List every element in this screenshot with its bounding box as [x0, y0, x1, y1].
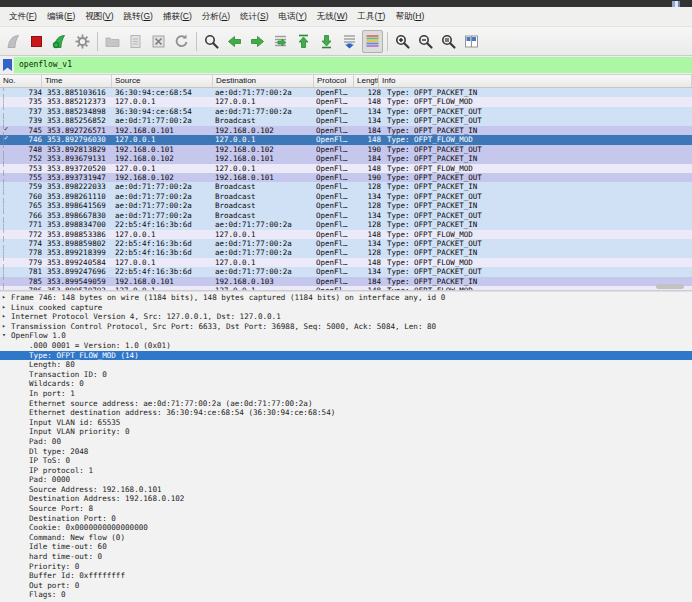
resize-columns-icon[interactable] — [461, 30, 482, 53]
packet-row-746-selected[interactable]: ✓746353.892796030127.0.0.1127.0.0.1OpenF… — [0, 135, 692, 144]
detail-line[interactable]: Wildcards: 0 — [0, 379, 692, 389]
detail-line[interactable]: Command: New flow (0) — [0, 533, 692, 543]
save-file-icon[interactable] — [125, 30, 146, 53]
detail-line[interactable]: Source Port: 8 — [0, 504, 692, 514]
column-header-source[interactable]: Source — [112, 75, 213, 87]
detail-line[interactable]: ▸Frame 746: 148 bytes on wire (1184 bits… — [0, 293, 692, 303]
detail-line[interactable]: IP ToS: 0 — [0, 456, 692, 466]
display-filter-input[interactable]: openflow_v1 — [14, 57, 692, 73]
menu-item-9[interactable]: 工具(T) — [353, 8, 391, 26]
column-header-no[interactable]: No. — [0, 75, 42, 87]
menu-item-2[interactable]: 视图(V) — [80, 8, 118, 26]
detail-line[interactable]: Out port: 0 — [0, 581, 692, 591]
zoom-out-icon[interactable] — [415, 30, 436, 53]
detail-line[interactable]: Buffer Id: 0xffffffff — [0, 571, 692, 581]
packet-details-pane[interactable]: ▸Frame 746: 148 bytes on wire (1184 bits… — [0, 292, 692, 602]
detail-line[interactable]: Destination Address: 192.168.0.102 — [0, 494, 692, 504]
column-header-info[interactable]: Info — [379, 75, 692, 87]
detail-line[interactable]: Ethernet source address: ae:0d:71:77:00:… — [0, 399, 692, 409]
packet-row-745[interactable]: ✓745353.892726571192.168.0.101192.168.0.… — [0, 126, 692, 135]
go-forward-icon[interactable] — [247, 30, 268, 53]
menu-item-7[interactable]: 电话(Y) — [273, 8, 311, 26]
detail-line[interactable]: ▸Linux cooked capture — [0, 303, 692, 313]
go-back-icon[interactable] — [224, 30, 245, 53]
packet-row-734[interactable]: 734353.88510361636:30:94:ce:68:54ae:0d:7… — [0, 88, 692, 97]
find-packet-icon[interactable] — [201, 30, 222, 53]
detail-line[interactable]: Ethernet destination address: 36:30:94:c… — [0, 408, 692, 418]
go-last-packet-icon[interactable] — [316, 30, 337, 53]
menu-item-8[interactable]: 无线(W) — [312, 8, 353, 26]
detail-line[interactable]: Cookie: 0x0000000000000000 — [0, 523, 692, 533]
detail-line[interactable]: Idle time-out: 60 — [0, 542, 692, 552]
detail-line[interactable]: .000 0001 = Version: 1.0 (0x01) — [0, 341, 692, 351]
detail-line[interactable]: Transaction ID: 0 — [0, 370, 692, 380]
reload-file-icon[interactable] — [171, 30, 192, 53]
packet-row-735[interactable]: 735353.885212373127.0.0.1127.0.0.1OpenFl… — [0, 97, 692, 106]
detail-line[interactable]: Destination Port: 0 — [0, 514, 692, 524]
menu-item-3[interactable]: 跳转(G) — [119, 8, 158, 26]
detail-line[interactable]: In port: 1 — [0, 389, 692, 399]
packet-row-772[interactable]: 772353.898853386127.0.0.1127.0.0.1OpenFl… — [0, 230, 692, 239]
packet-row-765[interactable]: 765353.898641569ae:0d:71:77:00:2aBroadca… — [0, 201, 692, 210]
packet-list-scrollbar-thumb[interactable] — [656, 284, 684, 289]
detail-line[interactable]: IP protocol: 1 — [0, 466, 692, 476]
close-file-icon[interactable] — [148, 30, 169, 53]
detail-line[interactable]: Input VLAN priority: 0 — [0, 427, 692, 437]
packet-row-748[interactable]: 748353.892813829192.168.0.101192.168.0.1… — [0, 145, 692, 154]
open-file-icon[interactable] — [102, 30, 123, 53]
detail-line[interactable]: Flags: 0 — [0, 590, 692, 600]
detail-line[interactable]: Source Address: 192.168.0.101 — [0, 485, 692, 495]
detail-line[interactable]: ▾OpenFlow 1.0 — [0, 331, 692, 341]
packet-row-766[interactable]: 766353.898667830ae:0d:71:77:00:2aBroadca… — [0, 211, 692, 220]
detail-line[interactable]: Pad: 0000 — [0, 475, 692, 485]
detail-line-highlighted[interactable]: Type: OFPT_FLOW_MOD (14) — [0, 351, 692, 361]
packet-row-779[interactable]: 779353.899240584127.0.0.1127.0.0.1OpenFl… — [0, 258, 692, 267]
packet-row-760[interactable]: 760353.898261110ae:0d:71:77:00:2aBroadca… — [0, 192, 692, 201]
menu-item-5[interactable]: 分析(A) — [197, 8, 235, 26]
packet-row-774[interactable]: 774353.89885980222:b5:4f:16:3b:6dae:0d:7… — [0, 239, 692, 248]
packet-list[interactable]: 734353.88510361636:30:94:ce:68:54ae:0d:7… — [0, 88, 692, 290]
colorize-icon[interactable] — [362, 30, 383, 53]
detail-line[interactable]: Input VLAN id: 65535 — [0, 418, 692, 428]
go-first-packet-icon[interactable] — [293, 30, 314, 53]
detail-line[interactable]: ▸Transmission Control Protocol, Src Port… — [0, 322, 692, 332]
detail-line[interactable]: Dl type: 2048 — [0, 447, 692, 457]
detail-line[interactable]: Priority: 0 — [0, 562, 692, 572]
column-header-destination[interactable]: Destination — [213, 75, 314, 87]
column-header-protocol[interactable]: Protocol — [314, 75, 354, 87]
detail-line[interactable]: Length: 80 — [0, 360, 692, 370]
stop-capture-icon[interactable] — [26, 30, 47, 53]
capture-options-icon[interactable] — [72, 30, 93, 53]
expander-closed-icon[interactable]: ▸ — [2, 303, 10, 313]
go-to-packet-icon[interactable] — [270, 30, 291, 53]
column-header-length[interactable]: Length — [354, 75, 379, 87]
expander-open-icon[interactable]: ▾ — [2, 331, 10, 341]
packet-row-753[interactable]: 753353.893720520127.0.0.1127.0.0.1OpenFl… — [0, 164, 692, 173]
menu-item-6[interactable]: 统计(S) — [235, 8, 273, 26]
menu-item-10[interactable]: 帮助(H) — [390, 8, 429, 26]
menu-item-0[interactable]: 文件(F) — [4, 8, 42, 26]
packet-row-759[interactable]: 759353.898222033ae:0d:71:77:00:2aBroadca… — [0, 182, 692, 191]
expander-closed-icon[interactable]: ▸ — [2, 322, 10, 332]
packet-row-771[interactable]: 771353.89883470022:b5:4f:16:3b:6dae:0d:7… — [0, 220, 692, 229]
filter-bookmark-icon[interactable] — [3, 59, 12, 71]
detail-line[interactable]: hard time-out: 0 — [0, 552, 692, 562]
auto-scroll-icon[interactable] — [339, 30, 360, 53]
packet-row-778[interactable]: 778353.89921839922:b5:4f:16:3b:6dae:0d:7… — [0, 248, 692, 257]
expander-closed-icon[interactable]: ▸ — [2, 312, 10, 322]
detail-line[interactable]: Pad: 00 — [0, 437, 692, 447]
zoom-reset-icon[interactable] — [438, 30, 459, 53]
restart-capture-icon[interactable] — [49, 30, 70, 53]
packet-row-739[interactable]: 739353.885256852ae:0d:71:77:00:2aBroadca… — [0, 116, 692, 125]
menu-item-4[interactable]: 捕获(C) — [158, 8, 197, 26]
expander-closed-icon[interactable]: ▸ — [2, 293, 10, 303]
packet-row-755[interactable]: 755353.893731947192.168.0.102192.168.0.1… — [0, 173, 692, 182]
packet-row-781[interactable]: 781353.89924769622:b5:4f:16:3b:6dae:0d:7… — [0, 267, 692, 276]
packet-row-785[interactable]: 785353.899549059192.168.0.101192.168.0.1… — [0, 277, 692, 286]
column-header-time[interactable]: Time — [42, 75, 112, 87]
packet-row-752[interactable]: 752353.893679131192.168.0.102192.168.0.1… — [0, 154, 692, 163]
detail-line[interactable]: ▸Internet Protocol Version 4, Src: 127.0… — [0, 312, 692, 322]
zoom-in-icon[interactable] — [392, 30, 413, 53]
menu-item-1[interactable]: 编辑(E) — [42, 8, 80, 26]
packet-row-737[interactable]: 737353.88523489836:30:94:ce:68:54ae:0d:7… — [0, 107, 692, 116]
